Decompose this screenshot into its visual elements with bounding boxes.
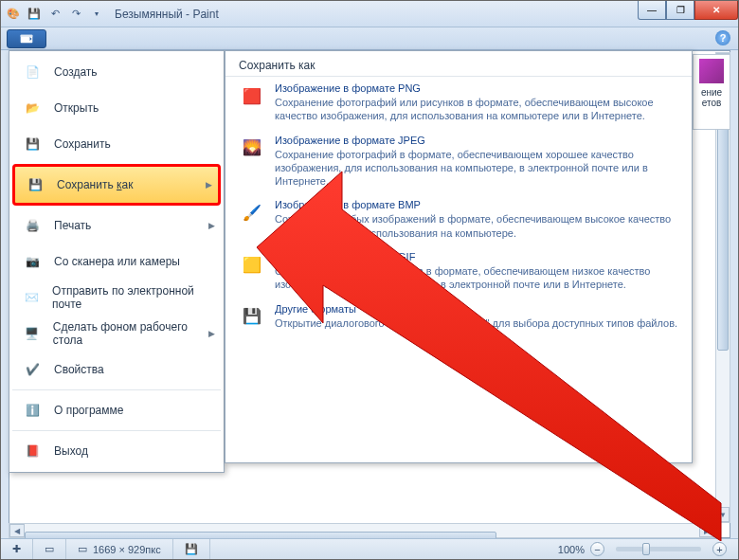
status-bar: ✚ ▭ ▭1669 × 929пкс 💾 100% − +: [1, 538, 738, 559]
quick-access-toolbar: 🎨 💾 ↶ ↷ ▾: [5, 6, 105, 23]
help-icon[interactable]: ?: [715, 30, 730, 45]
menu-item-label: Печать: [54, 219, 91, 232]
zoom-slider-thumb[interactable]: [642, 543, 650, 555]
close-button[interactable]: ✕: [694, 1, 738, 20]
format-desc: Сохранение простых рисунков в формате, о…: [275, 264, 678, 292]
saveas-option-2[interactable]: 🖌️Изображение в формате BMPСохранение лю…: [225, 193, 692, 245]
dimensions-text: 1669 × 929пкс: [93, 544, 161, 555]
colors-panel-fragment: ение етов: [693, 54, 730, 130]
scroll-down-icon[interactable]: ▼: [716, 507, 730, 522]
qat-dropdown-icon[interactable]: ▾: [88, 6, 105, 23]
check-icon: ✔️: [22, 359, 43, 380]
printer-icon: 🖨️: [22, 215, 43, 236]
menu-item-label: Сохранить как: [57, 178, 133, 191]
format-desc: Сохранение фотографий или рисунков в фор…: [275, 96, 678, 123]
window-buttons: — ❐ ✕: [638, 1, 738, 20]
redo-icon[interactable]: ↷: [67, 6, 84, 23]
menu-item-printer[interactable]: 🖨️Печать▶: [12, 208, 221, 244]
menu-item-label: Со сканера или камеры: [54, 255, 180, 268]
crosshair-icon: ✚: [12, 543, 21, 555]
info-icon: ℹ️: [22, 400, 43, 421]
save-icon[interactable]: 💾: [26, 6, 43, 23]
ribbon: ?: [1, 27, 738, 50]
floppy-icon: 💾: [22, 134, 43, 154]
titlebar: 🎨 💾 ↶ ↷ ▾ Безымянный - Paint — ❐ ✕: [1, 1, 738, 27]
filesize-cell: 💾: [173, 539, 210, 559]
maximize-button[interactable]: ❐: [666, 1, 694, 20]
menu-item-exit[interactable]: 📕Выход: [12, 433, 221, 469]
menu-item-mail[interactable]: ✉️Отправить по электронной почте: [12, 280, 221, 316]
format-desc: Сохранение фотографий в формате, обеспеч…: [275, 148, 678, 189]
format-title: Изображение в формате GIF: [275, 251, 678, 262]
file-tab[interactable]: [7, 29, 46, 48]
format-icon: 🖌️: [239, 199, 265, 226]
desktop-icon: 🖥️: [22, 323, 42, 344]
zoom-cell: 100% − +: [547, 539, 738, 559]
undo-icon[interactable]: ↶: [46, 6, 63, 23]
menu-item-info[interactable]: ℹ️О программе: [12, 392, 221, 428]
menu-item-label: Свойства: [54, 363, 104, 376]
selection-icon: ▭: [45, 543, 54, 555]
format-title: Другие форматы: [275, 303, 677, 315]
format-icon: 🟨: [239, 251, 265, 278]
format-title: Изображение в формате JPEG: [275, 135, 678, 146]
format-desc: Сохранение любых изображений в формате, …: [275, 212, 678, 240]
file-menu: 📄Создать📂Открыть💾Сохранить💾Сохранить как…: [9, 50, 225, 473]
minimize-button[interactable]: —: [638, 1, 666, 20]
format-icon: 🌄: [239, 135, 265, 161]
format-title: Изображение в формате PNG: [275, 82, 678, 94]
menu-item-label: Выход: [54, 444, 88, 458]
disk-icon: 💾: [185, 543, 198, 555]
menu-item-label: Отправить по электронной почте: [52, 284, 211, 311]
exit-icon: 📕: [22, 441, 43, 461]
submenu-arrow-icon: ▶: [206, 180, 212, 190]
submenu-title: Сохранить как: [225, 51, 692, 77]
cursor-pos-cell: ✚: [1, 539, 33, 559]
horizontal-scrollbar[interactable]: ◀ ▶: [9, 523, 715, 538]
saveas-option-1[interactable]: 🌄Изображение в формате JPEGСохранение фо…: [225, 129, 692, 194]
menu-item-folder-open[interactable]: 📂Открыть: [12, 90, 221, 126]
file-new-icon: 📄: [22, 62, 43, 82]
floppy-arrow-icon: 💾: [25, 174, 45, 195]
menu-item-desktop[interactable]: 🖥️Сделать фоном рабочего стола▶: [12, 316, 221, 352]
menu-item-label: Сделать фоном рабочего стола: [53, 320, 211, 347]
submenu-arrow-icon: ▶: [208, 221, 215, 230]
menu-item-label: Создать: [54, 65, 98, 79]
dims-icon: ▭: [78, 543, 87, 555]
app-icon: 🎨: [5, 6, 22, 23]
svg-rect-1: [21, 34, 33, 36]
zoom-slider[interactable]: [616, 547, 701, 551]
menu-item-file-new[interactable]: 📄Создать: [12, 54, 221, 90]
dimensions-cell: ▭1669 × 929пкс: [66, 539, 173, 559]
selection-cell: ▭: [33, 539, 66, 559]
colors-label-2: етов: [694, 98, 730, 108]
format-title: Изображение в формате BMP: [275, 199, 678, 210]
menu-item-label: О программе: [54, 404, 123, 417]
scroll-left-icon[interactable]: ◀: [9, 524, 25, 537]
window-title: Безымянный - Paint: [115, 8, 219, 21]
folder-open-icon: 📂: [22, 98, 43, 118]
format-icon: 🟥: [239, 82, 265, 109]
menu-item-label: Открыть: [54, 101, 99, 115]
zoom-text: 100%: [558, 544, 585, 555]
menu-item-scanner[interactable]: 📷Со сканера или камеры: [12, 244, 221, 280]
colors-label-1: ение: [694, 87, 730, 98]
submenu-arrow-icon: ▶: [208, 329, 215, 338]
mail-icon: ✉️: [22, 287, 41, 308]
saveas-option-4[interactable]: 💾Другие форматыОткрытие диалогового окна…: [225, 298, 692, 335]
menu-item-floppy-arrow[interactable]: 💾Сохранить как▶: [12, 164, 221, 206]
scroll-right-icon[interactable]: ▶: [699, 524, 714, 537]
color-swatch-icon[interactable]: [699, 59, 724, 83]
menu-item-floppy[interactable]: 💾Сохранить: [12, 126, 221, 162]
zoom-out-button[interactable]: −: [590, 542, 604, 556]
saveas-option-3[interactable]: 🟨Изображение в формате GIFСохранение про…: [225, 245, 692, 298]
saveas-option-0[interactable]: 🟥Изображение в формате PNGСохранение фот…: [225, 77, 692, 129]
menu-item-check[interactable]: ✔️Свойства: [12, 352, 221, 388]
save-as-submenu: Сохранить как 🟥Изображение в формате PNG…: [225, 50, 693, 463]
scanner-icon: 📷: [22, 251, 43, 272]
format-icon: 💾: [239, 303, 265, 330]
menu-item-label: Сохранить: [54, 137, 111, 151]
zoom-in-button[interactable]: +: [712, 542, 727, 556]
format-desc: Открытие диалогового окна "Сохранить как…: [275, 316, 677, 330]
